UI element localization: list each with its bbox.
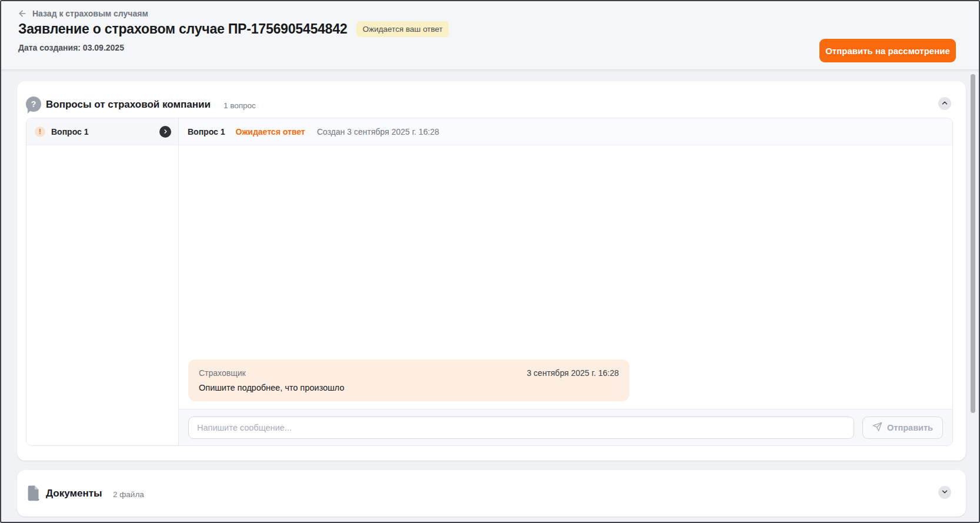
- message-head: Страховщик 3 сентября 2025 г. 16:28: [199, 368, 619, 378]
- vertical-scrollbar[interactable]: [971, 74, 975, 413]
- title-row: Заявление о страховом случае ПР-17569054…: [18, 21, 449, 37]
- question-list-item-label: Вопрос 1: [51, 127, 154, 136]
- question-title: Вопрос 1: [188, 127, 225, 136]
- exclamation-icon: !: [35, 126, 45, 137]
- question-list: ! Вопрос 1: [26, 118, 179, 445]
- submit-for-review-button[interactable]: Отправить на рассмотрение: [819, 39, 956, 62]
- question-panel: ! Вопрос 1 Вопрос 1 Ожидается ответ Созд…: [26, 118, 953, 446]
- question-created: Создан 3 сентября 2025 г. 16:28: [317, 127, 439, 136]
- questions-count: 1 вопрос: [224, 101, 256, 110]
- send-button[interactable]: Отправить: [862, 417, 943, 439]
- message-list: Страховщик 3 сентября 2025 г. 16:28 Опиш…: [179, 145, 952, 409]
- documents-count: 2 файла: [113, 490, 144, 499]
- questions-section-title: Вопросы от страховой компании: [46, 99, 211, 111]
- back-link[interactable]: Назад к страховым случаям: [18, 9, 148, 18]
- status-badge: Ожидается ваш ответ: [356, 21, 448, 37]
- message-author: Страховщик: [199, 368, 246, 378]
- message-input[interactable]: [188, 417, 854, 439]
- created-date: Дата создания: 03.09.2025: [18, 43, 124, 52]
- send-button-label: Отправить: [887, 423, 933, 432]
- documents-section-title: Документы: [46, 488, 102, 499]
- page-title: Заявление о страховом случае ПР-17569054…: [18, 21, 347, 37]
- chevron-up-icon: [941, 99, 949, 109]
- question-bubble-icon: ?: [26, 96, 41, 112]
- back-link-label: Назад к страховым случаям: [32, 9, 148, 18]
- paper-plane-icon: [872, 422, 882, 434]
- question-detail-header: Вопрос 1 Ожидается ответ Создан 3 сентяб…: [179, 118, 952, 145]
- collapse-questions-button[interactable]: [938, 97, 951, 110]
- message-bubble: Страховщик 3 сентября 2025 г. 16:28 Опиш…: [188, 359, 629, 401]
- message-composer: Отправить: [179, 409, 952, 445]
- page-header: Назад к страховым случаям Заявление о ст…: [0, 0, 980, 70]
- chevron-down-icon: [941, 488, 949, 498]
- message-timestamp: 3 сентября 2025 г. 16:28: [526, 368, 619, 378]
- documents-card: Документы 2 файла: [17, 470, 966, 517]
- arrow-left-icon: [18, 9, 27, 18]
- questions-card: ? Вопросы от страховой компании 1 вопрос…: [17, 81, 966, 461]
- expand-documents-button[interactable]: [938, 486, 951, 499]
- question-list-item[interactable]: ! Вопрос 1: [26, 118, 178, 145]
- chevron-right-icon: [159, 126, 171, 138]
- document-icon: [27, 485, 41, 504]
- question-status: Ожидается ответ: [236, 127, 305, 136]
- question-detail: Вопрос 1 Ожидается ответ Создан 3 сентяб…: [179, 118, 952, 445]
- message-text: Опишите подробнее, что произошло: [199, 383, 619, 392]
